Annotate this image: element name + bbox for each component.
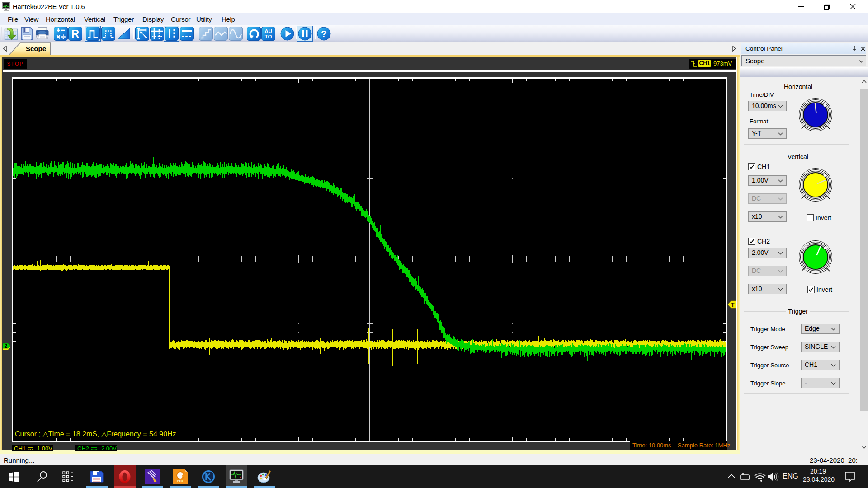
svg-text:R: R — [71, 28, 79, 40]
svg-text:2: 2 — [5, 343, 8, 349]
svg-text:?: ? — [321, 28, 327, 39]
svg-text:TO: TO — [265, 34, 272, 39]
svg-text:AU: AU — [264, 28, 272, 34]
svg-text:PDF: PDF — [177, 479, 184, 483]
svg-text:T: T — [731, 302, 735, 308]
